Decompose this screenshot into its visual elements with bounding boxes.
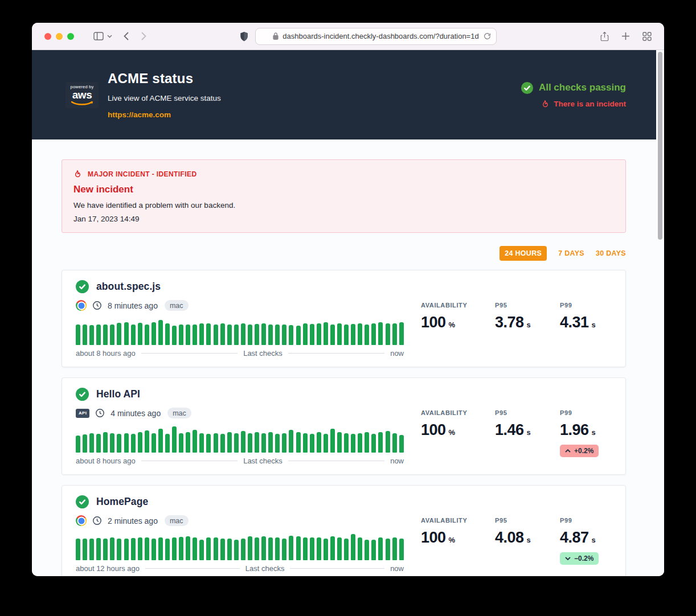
status-bar[interactable] <box>282 433 286 453</box>
status-bar[interactable] <box>371 540 376 560</box>
status-bar[interactable] <box>199 540 204 560</box>
status-bar[interactable] <box>344 539 349 560</box>
status-bar[interactable] <box>317 432 321 453</box>
reload-icon[interactable] <box>484 32 491 40</box>
status-bar[interactable] <box>378 322 383 345</box>
status-bar[interactable] <box>76 325 80 345</box>
status-bar[interactable] <box>275 537 280 560</box>
status-bar[interactable] <box>351 434 355 453</box>
status-bar[interactable] <box>186 325 190 345</box>
status-bar[interactable] <box>193 430 197 453</box>
status-bar[interactable] <box>158 320 163 345</box>
status-bar[interactable] <box>358 323 362 345</box>
status-bar[interactable] <box>96 434 101 453</box>
status-bar[interactable] <box>303 433 308 453</box>
status-bar[interactable] <box>289 325 293 345</box>
back-button[interactable] <box>124 32 129 40</box>
status-bar[interactable] <box>158 429 163 453</box>
time-range-24-hours[interactable]: 24 HOURS <box>500 246 547 261</box>
status-bar[interactable] <box>172 426 177 453</box>
shield-extension-icon[interactable] <box>240 31 248 42</box>
status-bar[interactable] <box>378 432 383 453</box>
status-bar[interactable] <box>358 537 362 560</box>
status-bars-chart[interactable] <box>76 534 404 560</box>
status-bar[interactable] <box>138 537 142 560</box>
scrollbar-thumb[interactable] <box>658 52 662 240</box>
status-bar[interactable] <box>386 431 390 453</box>
status-bar[interactable] <box>371 434 376 453</box>
status-bar[interactable] <box>227 325 232 345</box>
status-bar[interactable] <box>186 536 190 560</box>
status-bar[interactable] <box>172 537 177 560</box>
status-bar[interactable] <box>255 537 259 560</box>
status-bar[interactable] <box>158 537 163 560</box>
status-bar[interactable] <box>310 434 314 453</box>
status-bar[interactable] <box>261 323 266 345</box>
status-bar[interactable] <box>186 432 190 453</box>
status-bar[interactable] <box>179 537 183 560</box>
status-bar[interactable] <box>289 430 293 453</box>
status-bar[interactable] <box>110 537 114 560</box>
status-bar[interactable] <box>214 325 218 345</box>
status-bar[interactable] <box>275 325 280 345</box>
new-tab-icon[interactable] <box>621 32 630 40</box>
status-bar[interactable] <box>83 325 87 345</box>
minimize-window-button[interactable] <box>56 33 63 40</box>
status-bar[interactable] <box>330 536 335 560</box>
status-bar[interactable] <box>255 432 259 453</box>
status-bar[interactable] <box>83 539 87 560</box>
status-bar[interactable] <box>310 537 314 560</box>
status-bar[interactable] <box>131 325 136 345</box>
status-bar[interactable] <box>110 325 114 345</box>
close-window-button[interactable] <box>44 33 51 40</box>
status-bar[interactable] <box>117 539 121 560</box>
status-bar[interactable] <box>103 325 108 345</box>
status-bar[interactable] <box>268 325 273 345</box>
status-bar[interactable] <box>131 434 136 453</box>
status-bar[interactable] <box>296 326 301 345</box>
status-bar[interactable] <box>76 436 80 453</box>
status-bar[interactable] <box>152 322 156 345</box>
status-bars-chart[interactable] <box>76 426 404 453</box>
status-bar[interactable] <box>386 323 390 345</box>
status-bar[interactable] <box>289 536 293 560</box>
chevron-down-icon[interactable] <box>107 35 112 38</box>
status-bar[interactable] <box>241 431 245 453</box>
status-bar[interactable] <box>83 434 87 453</box>
status-bar[interactable] <box>337 323 342 345</box>
status-bar[interactable] <box>165 434 170 453</box>
status-bar[interactable] <box>89 325 94 345</box>
status-bar[interactable] <box>248 325 252 345</box>
status-bars-chart[interactable] <box>76 319 404 345</box>
status-bar[interactable] <box>248 433 252 453</box>
status-bar[interactable] <box>371 323 376 345</box>
status-bar[interactable] <box>324 539 328 560</box>
forward-button[interactable] <box>141 32 146 40</box>
status-bar[interactable] <box>165 539 170 560</box>
status-bar[interactable] <box>227 539 232 560</box>
status-bar[interactable] <box>392 537 397 560</box>
status-bar[interactable] <box>268 432 273 453</box>
status-bar[interactable] <box>282 539 286 560</box>
status-bar[interactable] <box>344 433 349 453</box>
status-bar[interactable] <box>248 536 252 560</box>
status-bar[interactable] <box>365 540 369 560</box>
status-bar[interactable] <box>358 433 362 453</box>
status-bar[interactable] <box>261 433 266 453</box>
status-bar[interactable] <box>179 325 183 345</box>
status-bar[interactable] <box>145 430 149 453</box>
status-bar[interactable] <box>241 539 245 560</box>
status-bar[interactable] <box>152 433 156 453</box>
status-bar[interactable] <box>234 540 239 560</box>
time-range-30-days[interactable]: 30 DAYS <box>596 249 626 257</box>
site-link[interactable]: https://acme.com <box>108 110 221 119</box>
status-bar[interactable] <box>378 537 383 560</box>
status-bar[interactable] <box>399 322 404 345</box>
status-bar[interactable] <box>89 539 94 560</box>
status-bar[interactable] <box>261 536 266 560</box>
status-bar[interactable] <box>303 537 308 560</box>
address-bar[interactable]: dashboards-incident.checkly-dashboards.c… <box>255 28 497 45</box>
status-bar[interactable] <box>214 433 218 453</box>
status-bar[interactable] <box>330 429 335 453</box>
tab-overview-icon[interactable] <box>642 32 652 41</box>
